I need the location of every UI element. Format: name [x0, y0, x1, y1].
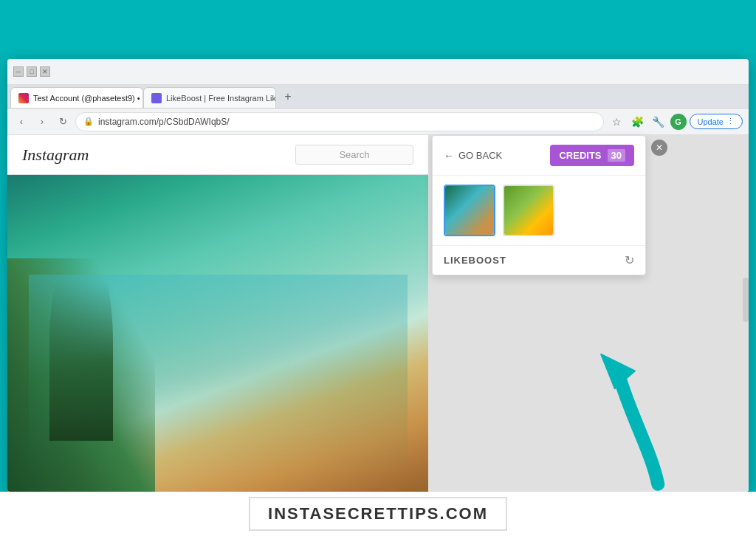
- likeboost-footer: LIKEBOOST ↻: [433, 246, 645, 275]
- watermark-box: INSTASECRETTIPS.COM: [249, 497, 507, 531]
- forward-button[interactable]: ›: [34, 114, 50, 130]
- window-controls-bar: ─ □ ✕: [7, 59, 749, 85]
- watermark: INSTASECRETTIPS.COM: [0, 492, 756, 536]
- instagram-tab-icon: [18, 93, 29, 103]
- likeboost-brand: LIKEBOOST: [444, 255, 506, 266]
- go-back-button[interactable]: ← GO BACK: [444, 150, 502, 162]
- update-menu-icon: ⋮: [726, 117, 735, 126]
- palm-trees-left: [7, 258, 155, 492]
- beach-bg: [7, 175, 428, 492]
- extension-icon[interactable]: 🔧: [650, 113, 667, 131]
- bookmark-star-button[interactable]: ☆: [608, 113, 626, 131]
- url-text: instagram.com/p/CSbdDAWIqbS/: [98, 117, 230, 127]
- palm-tree-1: [49, 241, 113, 441]
- likeboost-header: ← GO BACK CREDITS 30 ✕: [433, 136, 645, 176]
- update-button[interactable]: Update ⋮: [690, 114, 743, 129]
- browser-actions: ☆ 🧩 🔧 G Update ⋮: [608, 113, 743, 131]
- page-content: Instagram Search ♥ ○ ➤ 🔖: [7, 135, 749, 492]
- credits-label: CREDITS: [559, 150, 601, 161]
- instagram-panel: Instagram Search ♥ ○ ➤ 🔖: [7, 135, 428, 492]
- credits-button[interactable]: CREDITS 30: [550, 145, 634, 166]
- tab-instagram[interactable]: Test Account (@phasetest9) • In... ✕: [10, 87, 143, 108]
- post-image: [7, 175, 428, 492]
- thumb-couple[interactable]: [503, 185, 554, 236]
- couple-thumbnail: [504, 186, 553, 235]
- tab-instagram-label: Test Account (@phasetest9) • In...: [33, 94, 143, 103]
- likeboost-close-button[interactable]: ✕: [651, 140, 667, 156]
- close-button[interactable]: ✕: [40, 66, 50, 77]
- update-label: Update: [698, 117, 724, 126]
- instagram-logo: Instagram: [22, 145, 295, 165]
- likeboost-panel: ← GO BACK CREDITS 30 ✕ LIKEBOOST: [432, 135, 646, 275]
- tab-likeboost-label: LikeBoost | Free Instagram Likes...: [166, 94, 276, 103]
- search-placeholder: Search: [339, 149, 369, 160]
- watermark-text: INSTASECRETTIPS.COM: [268, 504, 488, 523]
- reload-button[interactable]: ↻: [55, 114, 71, 130]
- scroll-indicator[interactable]: [743, 278, 749, 322]
- beach-thumbnail: [445, 186, 494, 235]
- tab-likeboost[interactable]: LikeBoost | Free Instagram Likes... ✕: [143, 87, 276, 108]
- back-arrow-icon: ←: [444, 150, 454, 162]
- likeboost-images: [433, 176, 645, 246]
- maximize-button[interactable]: □: [27, 66, 37, 77]
- instagram-nav: Instagram Search: [7, 135, 428, 175]
- new-tab-button[interactable]: +: [279, 88, 297, 106]
- extension-puzzle-button[interactable]: 🧩: [629, 113, 647, 131]
- window-controls: ─ □ ✕: [13, 66, 50, 77]
- credits-count: 30: [608, 149, 625, 162]
- profile-avatar[interactable]: G: [670, 114, 687, 130]
- tabs-bar: Test Account (@phasetest9) • In... ✕ Lik…: [7, 85, 749, 109]
- likeboost-tab-icon: [151, 93, 162, 103]
- lock-icon: 🔒: [83, 117, 94, 126]
- address-bar: ‹ › ↻ 🔒 instagram.com/p/CSbdDAWIqbS/ ☆ 🧩…: [7, 109, 749, 135]
- minimize-button[interactable]: ─: [13, 66, 24, 77]
- refresh-button[interactable]: ↻: [625, 253, 634, 267]
- thumb-beach[interactable]: [444, 185, 495, 236]
- url-box[interactable]: 🔒 instagram.com/p/CSbdDAWIqbS/: [75, 112, 604, 131]
- instagram-search[interactable]: Search: [295, 145, 413, 165]
- back-button[interactable]: ‹: [13, 114, 30, 130]
- go-back-label: GO BACK: [458, 150, 502, 161]
- browser-window: ─ □ ✕ Test Account (@phasetest9) • In...…: [7, 59, 749, 492]
